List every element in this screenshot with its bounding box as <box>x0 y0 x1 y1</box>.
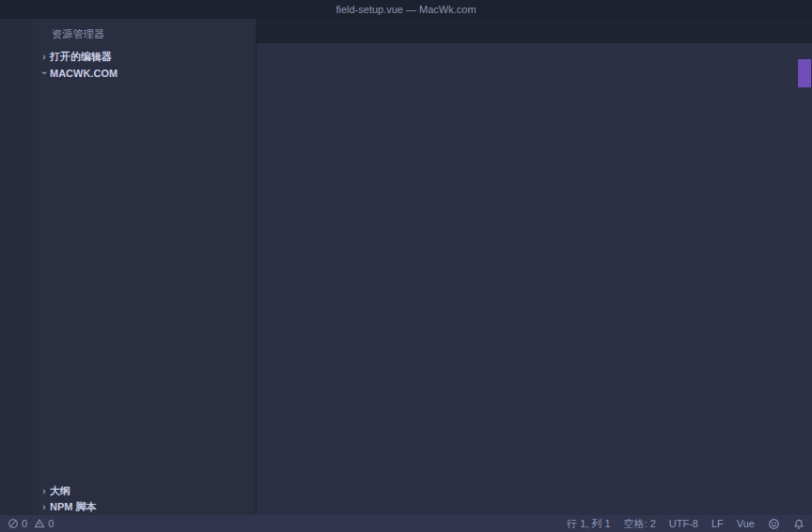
open-editors-label: 打开的编辑器 <box>50 50 112 64</box>
error-icon <box>8 518 19 529</box>
outline-section[interactable]: › 大纲 <box>33 483 256 499</box>
outline-label: 大纲 <box>50 484 70 498</box>
workspace-label: MACWK.COM <box>50 68 117 79</box>
workspace-section[interactable]: › MACWK.COM <box>33 65 256 81</box>
minimize-window-button[interactable] <box>27 4 39 15</box>
warning-count: 0 <box>48 518 54 529</box>
explorer-sidebar: 资源管理器 › 打开的编辑器 › MACWK.COM › 大纲 › NPM 脚本 <box>33 19 256 515</box>
feedback-smiley-icon[interactable] <box>768 518 780 530</box>
npm-scripts-label: NPM 脚本 <box>50 500 97 514</box>
problems-indicator[interactable]: 0 0 <box>8 518 54 529</box>
title-bar: field-setup.vue — MacWk.com <box>0 0 812 19</box>
tab-bar <box>257 19 812 43</box>
chevron-down-icon: › <box>39 68 50 79</box>
chevron-right-icon: › <box>39 502 50 512</box>
code-lines[interactable] <box>311 59 769 515</box>
indentation-setting[interactable]: 空格: 2 <box>624 517 656 531</box>
explorer-title: 资源管理器 <box>33 19 256 49</box>
traffic-lights <box>8 4 57 15</box>
vscode-window: field-setup.vue — MacWk.com 资源管理器 › 打开的编… <box>0 0 812 532</box>
breadcrumb <box>257 43 812 59</box>
chevron-right-icon: › <box>39 486 50 496</box>
gear-icon[interactable] <box>0 477 33 509</box>
activity-bar <box>0 19 33 515</box>
close-window-button[interactable] <box>8 4 20 15</box>
error-count: 0 <box>22 518 27 529</box>
code-area[interactable] <box>257 59 812 515</box>
scrollbar-thumb[interactable] <box>798 59 811 87</box>
zoom-window-button[interactable] <box>46 4 57 15</box>
status-bar: 0 0 行 1, 列 1 空格: 2 UTF-8 LF Vue <box>0 515 812 532</box>
encoding-setting[interactable]: UTF-8 <box>669 518 698 529</box>
notifications-bell-icon[interactable] <box>793 518 804 530</box>
sidebar-bottom-sections: › 大纲 › NPM 脚本 <box>33 483 256 515</box>
open-editors-section[interactable]: › 打开的编辑器 <box>33 49 256 65</box>
editor-group <box>256 19 812 515</box>
window-title: field-setup.vue — MacWk.com <box>336 4 476 15</box>
vertical-scrollbar[interactable] <box>797 59 812 515</box>
minimap[interactable] <box>769 59 797 515</box>
cursor-position[interactable]: 行 1, 列 1 <box>567 517 610 531</box>
chevron-right-icon: › <box>39 52 50 62</box>
npm-scripts-section[interactable]: › NPM 脚本 <box>33 499 256 515</box>
language-mode[interactable]: Vue <box>737 518 755 529</box>
eol-setting[interactable]: LF <box>711 518 724 529</box>
warning-icon <box>34 518 45 529</box>
